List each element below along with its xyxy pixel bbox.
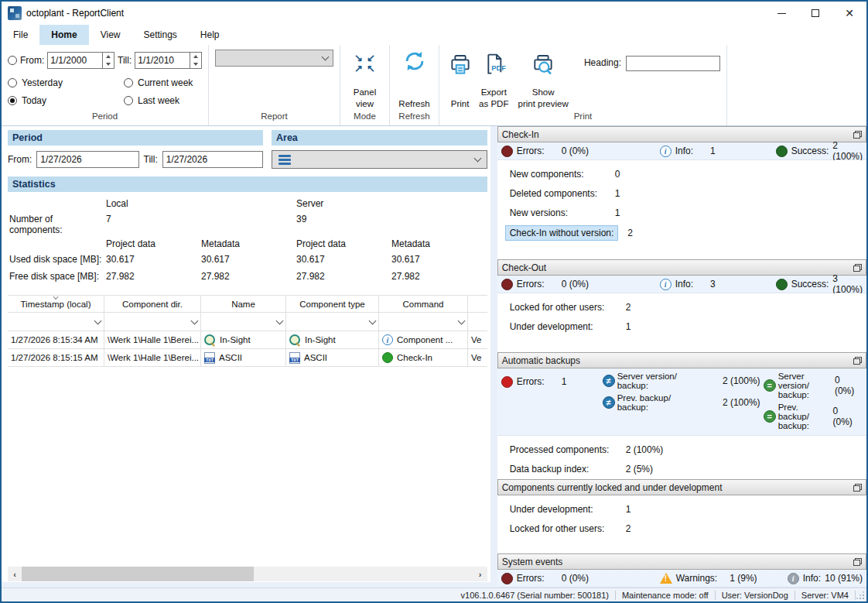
scroll-left-icon[interactable]: ‹ — [8, 570, 22, 579]
period-from-input[interactable]: 1/27/2026 — [36, 151, 138, 168]
cell-timestamp: 1/27/2026 8:15:34 AM — [8, 331, 104, 349]
magnifier-icon — [204, 334, 216, 346]
ribbon-group-period: From: 1/1/2000 Till: 1/1/2010 — [2, 45, 209, 125]
spinner-up-icon[interactable] — [190, 53, 201, 60]
filter-dropdown[interactable] — [201, 313, 286, 331]
menu-file[interactable]: File — [2, 25, 39, 45]
radio-current-week[interactable]: Current week — [124, 77, 202, 88]
from-date-field[interactable]: 1/1/2000 — [47, 52, 114, 69]
radio-today-label: Today — [22, 95, 46, 106]
radio-last-week[interactable]: Last week — [124, 95, 202, 106]
radio-from-till[interactable] — [8, 56, 17, 65]
filter-dropdown[interactable] — [104, 313, 201, 331]
cell-extra: Ve — [468, 331, 487, 349]
group-label-refresh: Refresh — [390, 111, 439, 125]
backups-item: Processed components:2 (100%) — [510, 444, 866, 455]
checkin-item-highlighted[interactable]: Check-In without version:2 — [510, 225, 866, 241]
print-preview-button[interactable]: Show print preview — [513, 50, 573, 111]
report-select[interactable] — [215, 50, 333, 67]
radio-icon[interactable] — [124, 78, 133, 87]
radio-icon[interactable] — [8, 78, 17, 87]
status-server: Server: VM4 — [795, 591, 856, 600]
errors-value: 0 (0%) — [562, 146, 589, 156]
stat-col-header: Metadata — [200, 234, 295, 254]
filter-dropdown[interactable] — [8, 313, 104, 331]
menu-view[interactable]: View — [89, 25, 132, 45]
export-pdf-button[interactable]: PDF Export as PDF — [474, 50, 513, 111]
filter-dropdown[interactable] — [286, 313, 379, 331]
checkout-title: Check-Out — [502, 262, 546, 273]
column-header-component-dir[interactable]: Component dir. — [104, 296, 201, 313]
radio-today[interactable]: Today — [8, 95, 124, 106]
backup-stat-value: 0 (0%) — [832, 406, 863, 427]
horizontal-scrollbar[interactable]: ‹ › — [8, 567, 487, 581]
heading-input[interactable] — [626, 56, 720, 71]
radio-icon[interactable] — [124, 96, 133, 105]
undock-panel-icon[interactable] — [853, 264, 862, 272]
radio-icon-checked[interactable] — [8, 96, 17, 105]
ribbon-empty-space — [727, 45, 866, 125]
radio-yesterday[interactable]: Yesterday — [8, 77, 124, 88]
column-header-component-type[interactable]: Component type — [286, 296, 379, 313]
refresh-button[interactable]: Refresh — [390, 45, 439, 111]
radio-yesterday-label: Yesterday — [22, 77, 63, 88]
area-select[interactable] — [272, 150, 487, 169]
spinner-down-icon[interactable] — [190, 60, 201, 68]
panel-splitter[interactable] — [490, 126, 497, 588]
spinner-up-icon[interactable] — [103, 53, 114, 60]
spinner-down-icon[interactable] — [103, 60, 114, 68]
group-label-print: Print — [439, 111, 726, 125]
stat-row-label: Number of components: — [8, 214, 104, 234]
undock-panel-icon[interactable] — [853, 357, 862, 365]
menu-help[interactable]: Help — [189, 25, 231, 45]
close-button[interactable]: ✕ — [832, 2, 866, 25]
status-user: User: VersionDog — [716, 591, 795, 600]
stat-cell — [200, 214, 295, 234]
chevron-down-icon — [369, 317, 377, 324]
undock-panel-icon[interactable] — [853, 131, 862, 139]
menu-home[interactable]: Home — [39, 25, 88, 45]
radio-last-week-label: Last week — [138, 95, 179, 106]
undock-panel-icon[interactable] — [853, 484, 862, 492]
cell-command: iComponent ... — [379, 331, 468, 349]
status-maintenance-mode: Maintenance mode: off — [616, 591, 716, 600]
panel-view-icon: ↘↙↗↖ — [353, 53, 378, 74]
stat-value: 30.617 — [390, 254, 489, 271]
resize-grip[interactable] — [856, 591, 865, 600]
backup-stat-neq: ≠ Server version/backup: 2 (100%) — [603, 372, 764, 390]
minimize-button[interactable] — [764, 2, 798, 25]
till-date-value[interactable]: 1/1/2010 — [135, 55, 190, 66]
till-label: Till: — [118, 55, 132, 66]
stat-value: 39 — [295, 214, 390, 234]
menu-settings[interactable]: Settings — [132, 25, 188, 45]
from-date-spinner[interactable] — [102, 53, 114, 68]
filter-dropdown[interactable] — [379, 313, 468, 331]
stat-value: 27.982 — [104, 271, 200, 288]
stat-value: 27.982 — [200, 271, 295, 288]
checkout-item: Locked for other users:2 — [510, 302, 866, 313]
column-header-timestamp[interactable]: Timestamp (local) — [8, 296, 104, 313]
from-date-value[interactable]: 1/1/2000 — [48, 55, 102, 66]
maximize-button[interactable] — [798, 2, 832, 25]
table-row[interactable]: 1/27/2026 8:15:15 AM \Werk 1\Halle 1\Ber… — [8, 349, 487, 367]
scroll-right-icon[interactable]: › — [473, 570, 487, 579]
chevron-down-icon — [191, 317, 199, 324]
success-icon — [776, 279, 788, 290]
till-date-field[interactable]: 1/1/2010 — [135, 52, 202, 69]
errors-value: 1 — [562, 376, 567, 387]
column-header-extra[interactable] — [468, 296, 487, 313]
period-till-input[interactable]: 1/27/2026 — [162, 151, 263, 168]
till-date-spinner[interactable] — [190, 53, 201, 68]
column-header-command[interactable]: Command — [379, 296, 468, 313]
scrollbar-thumb[interactable] — [22, 567, 254, 581]
undock-panel-icon[interactable] — [853, 558, 862, 566]
printer-icon — [448, 53, 473, 77]
txt-file-icon — [204, 352, 215, 364]
info-icon: i — [660, 146, 672, 157]
svg-text:PDF: PDF — [492, 64, 507, 72]
panel-view-button[interactable]: ↘↙↗↖ Panel view — [340, 45, 389, 111]
table-row[interactable]: 1/27/2026 8:15:34 AM \Werk 1\Halle 1\Ber… — [8, 331, 487, 349]
checkin-section: Check-In Errors:0 (0%) iInfo:1 Success:2… — [497, 126, 866, 259]
column-header-name[interactable]: Name — [201, 296, 286, 313]
print-button[interactable]: Print — [446, 50, 474, 111]
